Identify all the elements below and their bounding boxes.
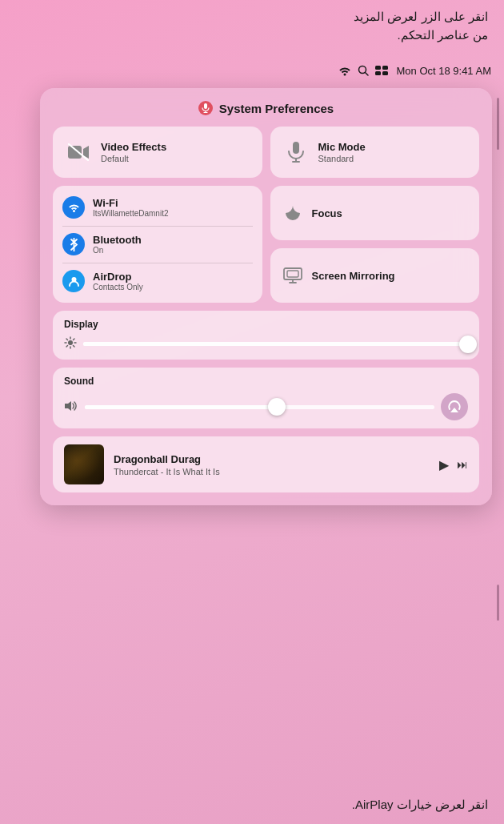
svg-rect-2 bbox=[375, 66, 381, 70]
video-effects-sub: Default bbox=[101, 154, 166, 163]
wifi-item-text: Wi-Fi ItsWillametteDamnit2 bbox=[93, 197, 168, 218]
moon-icon bbox=[284, 204, 302, 222]
wifi-icon[interactable] bbox=[338, 65, 351, 76]
svg-marker-31 bbox=[450, 408, 458, 412]
album-art bbox=[64, 444, 104, 484]
brightness-thumb[interactable] bbox=[459, 336, 477, 353]
airplay-button[interactable] bbox=[441, 393, 468, 420]
svg-rect-12 bbox=[293, 142, 299, 154]
display-section: Display bbox=[53, 311, 479, 360]
recording-dot bbox=[198, 101, 213, 115]
sound-row bbox=[64, 393, 468, 420]
scroll-indicator-top bbox=[497, 98, 499, 150]
now-playing-card: Dragonball Durag Thundercat - It Is What… bbox=[53, 436, 479, 492]
svg-line-28 bbox=[74, 339, 75, 340]
bottom-annotation: انقر لعرض خيارات AirPlay. bbox=[0, 798, 488, 812]
brightness-fill bbox=[83, 342, 468, 346]
airdrop-item-text: AirDrop Contacts Only bbox=[93, 271, 143, 291]
volume-thumb[interactable] bbox=[268, 398, 286, 416]
menu-bar-icons bbox=[338, 65, 388, 76]
wifi-symbol bbox=[68, 203, 80, 213]
airplay-icon bbox=[447, 400, 462, 414]
sound-title: Sound bbox=[64, 376, 468, 387]
svg-line-27 bbox=[74, 346, 75, 348]
focus-card[interactable]: Focus bbox=[270, 186, 480, 240]
svg-line-26 bbox=[66, 339, 68, 340]
microphone-icon bbox=[287, 142, 305, 163]
volume-track[interactable] bbox=[85, 405, 434, 409]
cc-title: System Preferences bbox=[53, 101, 479, 115]
bottom-annotation-text: انقر لعرض خيارات AirPlay. bbox=[352, 798, 488, 811]
now-playing-text: Dragonball Durag Thundercat - It Is What… bbox=[114, 453, 430, 476]
now-playing-artist: Thundercat - It Is What It Is bbox=[114, 467, 430, 476]
video-effects-card[interactable]: Video Effects Default bbox=[53, 127, 262, 178]
search-icon[interactable] bbox=[358, 65, 369, 76]
svg-rect-3 bbox=[382, 66, 388, 70]
screen-mirroring-icon bbox=[282, 264, 304, 287]
svg-rect-6 bbox=[204, 103, 207, 109]
airplay-indicator bbox=[497, 585, 499, 621]
cc-title-text: System Preferences bbox=[219, 102, 334, 115]
menu-bar: Mon Oct 18 9:41 AM bbox=[0, 60, 504, 81]
bluetooth-item[interactable]: Bluetooth On bbox=[53, 226, 262, 263]
wifi-label: Wi-Fi bbox=[93, 197, 168, 209]
album-art-inner bbox=[64, 444, 104, 484]
airdrop-item-icon bbox=[62, 270, 85, 292]
top-annotation-line2: من عناصر التحكم. bbox=[354, 26, 488, 45]
mic-icon-title bbox=[202, 103, 210, 113]
volume-icon bbox=[64, 400, 78, 414]
right-group: Focus Screen Mirroring bbox=[270, 186, 480, 303]
airdrop-item[interactable]: AirDrop Contacts Only bbox=[53, 263, 262, 299]
menu-bar-datetime: Mon Oct 18 9:41 AM bbox=[396, 65, 491, 77]
fast-forward-button[interactable]: ⏭ bbox=[457, 458, 468, 471]
screen-mirroring-label: Screen Mirroring bbox=[312, 270, 395, 282]
network-group: Wi-Fi ItsWillametteDamnit2 Bluetooth On bbox=[53, 186, 262, 303]
screen-mirror-symbol bbox=[283, 267, 302, 283]
airdrop-sub: Contacts Only bbox=[93, 283, 143, 291]
volume-fill bbox=[85, 405, 277, 409]
speaker-icon bbox=[64, 400, 78, 412]
svg-rect-4 bbox=[375, 71, 381, 75]
bluetooth-item-icon bbox=[62, 233, 85, 255]
sound-section: Sound bbox=[53, 368, 479, 428]
wifi-sub: ItsWillametteDamnit2 bbox=[93, 209, 168, 218]
brightness-slider-row bbox=[64, 336, 468, 352]
video-effects-label: Video Effects bbox=[101, 141, 166, 153]
bluetooth-symbol bbox=[70, 238, 78, 251]
screen-mirroring-card[interactable]: Screen Mirroring bbox=[270, 248, 480, 303]
bluetooth-label: Bluetooth bbox=[93, 234, 142, 246]
svg-marker-30 bbox=[65, 401, 71, 411]
video-off-icon bbox=[67, 143, 90, 161]
svg-line-29 bbox=[66, 346, 68, 348]
mic-mode-sub: Standard bbox=[318, 154, 366, 163]
control-center-icon[interactable] bbox=[375, 66, 388, 75]
focus-icon bbox=[282, 202, 304, 224]
bluetooth-item-text: Bluetooth On bbox=[93, 234, 142, 255]
svg-rect-5 bbox=[382, 71, 388, 75]
mic-mode-text: Mic Mode Standard bbox=[318, 141, 366, 163]
sun-icon bbox=[64, 336, 77, 349]
brightness-track[interactable] bbox=[83, 342, 468, 346]
control-center-panel: System Preferences Video Effects Default bbox=[40, 88, 492, 505]
now-playing-title: Dragonball Durag bbox=[114, 453, 430, 465]
wifi-item-icon bbox=[62, 196, 85, 219]
wifi-item[interactable]: Wi-Fi ItsWillametteDamnit2 bbox=[53, 189, 262, 226]
display-title: Display bbox=[64, 319, 468, 330]
playback-controls: ▶ ⏭ bbox=[439, 457, 468, 472]
top-row: Video Effects Default Mic Mode Standard bbox=[53, 127, 479, 178]
mic-mode-icon bbox=[282, 138, 310, 167]
focus-label: Focus bbox=[312, 207, 342, 219]
video-effects-icon bbox=[64, 138, 93, 167]
mic-mode-card[interactable]: Mic Mode Standard bbox=[270, 127, 480, 178]
airdrop-symbol bbox=[68, 275, 80, 287]
play-button[interactable]: ▶ bbox=[439, 457, 449, 472]
top-annotation: انقر على الزر لعرض المزيد من عناصر التحك… bbox=[354, 8, 488, 44]
middle-row: Wi-Fi ItsWillametteDamnit2 Bluetooth On bbox=[53, 186, 479, 303]
brightness-icon bbox=[64, 336, 77, 352]
svg-point-21 bbox=[68, 340, 73, 345]
bluetooth-sub: On bbox=[93, 246, 142, 255]
svg-rect-18 bbox=[287, 271, 298, 277]
svg-line-1 bbox=[366, 73, 369, 76]
top-annotation-line1: انقر على الزر لعرض المزيد bbox=[354, 8, 488, 26]
mic-mode-label: Mic Mode bbox=[318, 141, 366, 153]
